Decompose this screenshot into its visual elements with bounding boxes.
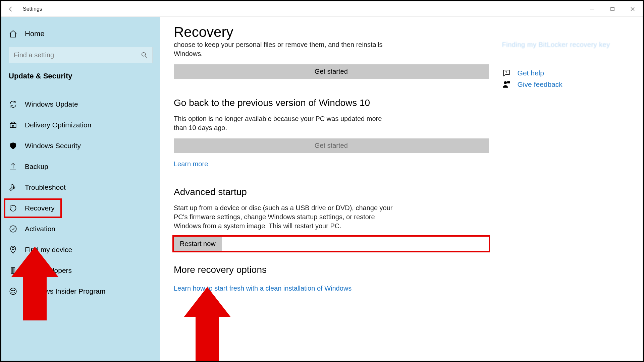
back-icon[interactable] xyxy=(7,5,15,13)
give-feedback-link[interactable]: Give feedback xyxy=(502,80,629,89)
home-label: Home xyxy=(25,29,45,38)
get-help-text: Get help xyxy=(518,69,544,77)
svg-point-4 xyxy=(142,53,146,56)
give-feedback-text: Give feedback xyxy=(518,80,562,88)
start-fresh-link[interactable]: Learn how to start fresh with a clean in… xyxy=(174,285,489,292)
location-icon xyxy=(9,245,17,254)
advanced-heading: Advanced startup xyxy=(174,187,489,197)
search-box[interactable] xyxy=(9,47,153,63)
sidebar-item-label: Delivery Optimization xyxy=(25,121,91,129)
right-column: Finding my BitLocker recovery key ? Get … xyxy=(502,24,629,361)
svg-point-7 xyxy=(10,226,16,232)
help-icon: ? xyxy=(502,69,511,77)
content: Recovery choose to keep your personal fi… xyxy=(174,24,489,361)
search-input[interactable] xyxy=(14,51,141,59)
minimize-button[interactable] xyxy=(582,1,602,16)
close-button[interactable] xyxy=(623,1,643,16)
check-circle-icon xyxy=(9,225,17,233)
get-started-goback-button[interactable]: Get started xyxy=(174,138,489,153)
titlebar: Settings xyxy=(1,1,643,17)
sidebar-item-label: Recovery xyxy=(25,204,55,212)
svg-line-5 xyxy=(145,56,147,58)
advanced-paragraph: Start up from a device or disc (such as … xyxy=(174,203,395,231)
sidebar-item-for-developers[interactable]: For developers xyxy=(1,260,160,281)
more-heading: More recovery options xyxy=(174,264,489,275)
svg-rect-17 xyxy=(507,81,510,83)
sidebar-item-recovery[interactable]: Recovery xyxy=(1,198,160,219)
sidebar-item-label: Windows Security xyxy=(25,142,81,150)
get-help-link[interactable]: ? Get help xyxy=(502,69,629,77)
settings-window: Settings Home xyxy=(0,0,644,362)
goback-heading: Go back to the previous version of Windo… xyxy=(174,98,489,108)
svg-point-16 xyxy=(504,81,507,84)
sidebar-item-windows-insider[interactable]: Windows Insider Program xyxy=(1,281,160,302)
wrench-icon xyxy=(9,183,17,192)
sidebar-item-label: Backup xyxy=(25,163,48,171)
svg-text:?: ? xyxy=(505,70,507,74)
sidebar-item-label: Windows Update xyxy=(25,100,78,108)
sidebar-item-activation[interactable]: Activation xyxy=(1,219,160,239)
backup-icon xyxy=(9,162,17,171)
window-controls xyxy=(582,1,643,16)
home-button[interactable]: Home xyxy=(1,23,160,44)
sidebar-item-backup[interactable]: Backup xyxy=(1,156,160,177)
svg-rect-1 xyxy=(611,7,614,11)
body: Home Update & Security Windows Update xyxy=(1,17,643,361)
page-title: Recovery xyxy=(174,24,489,40)
recovery-icon xyxy=(9,204,17,213)
search-icon xyxy=(141,51,148,59)
feedback-icon xyxy=(502,80,511,89)
delivery-icon xyxy=(9,121,17,129)
sidebar-item-delivery-optimization[interactable]: Delivery Optimization xyxy=(1,115,160,135)
sidebar-item-troubleshoot[interactable]: Troubleshoot xyxy=(1,177,160,198)
sync-icon xyxy=(9,100,17,109)
reset-paragraph: choose to keep your personal files or re… xyxy=(174,40,395,58)
sidebar-item-windows-security[interactable]: Windows Security xyxy=(1,135,160,156)
developers-icon xyxy=(9,266,17,275)
sidebar-item-label: Windows Insider Program xyxy=(25,287,105,295)
goback-paragraph: This option is no longer available becau… xyxy=(174,114,395,132)
nav: Windows Update Delivery Optimization Win… xyxy=(1,94,160,302)
restart-now-wrap: Restart now xyxy=(174,237,489,251)
shield-icon xyxy=(9,141,17,150)
titlebar-left: Settings xyxy=(1,1,42,16)
maximize-button[interactable] xyxy=(602,1,623,16)
restart-now-button[interactable]: Restart now xyxy=(174,237,222,251)
learn-more-link[interactable]: Learn more xyxy=(174,160,489,168)
sidebar-item-windows-update[interactable]: Windows Update xyxy=(1,94,160,115)
svg-point-14 xyxy=(14,290,15,291)
sidebar-item-find-my-device[interactable]: Find my device xyxy=(1,239,160,260)
svg-point-13 xyxy=(11,290,12,291)
main: Recovery choose to keep your personal fi… xyxy=(160,17,643,361)
section-title: Update & Security xyxy=(1,70,160,87)
insider-icon xyxy=(9,287,17,296)
svg-point-12 xyxy=(10,288,16,295)
get-started-reset-button[interactable]: Get started xyxy=(174,64,489,79)
sidebar-item-label: For developers xyxy=(25,266,72,275)
window-title: Settings xyxy=(23,6,42,12)
sidebar: Home Update & Security Windows Update xyxy=(1,17,160,361)
sidebar-item-label: Troubleshoot xyxy=(25,183,66,191)
home-icon xyxy=(9,29,17,38)
sidebar-item-label: Find my device xyxy=(25,246,72,254)
svg-rect-9 xyxy=(11,267,15,273)
sidebar-item-label: Activation xyxy=(25,225,55,233)
bitlocker-link[interactable]: Finding my BitLocker recovery key xyxy=(502,41,629,49)
svg-point-8 xyxy=(12,248,14,250)
